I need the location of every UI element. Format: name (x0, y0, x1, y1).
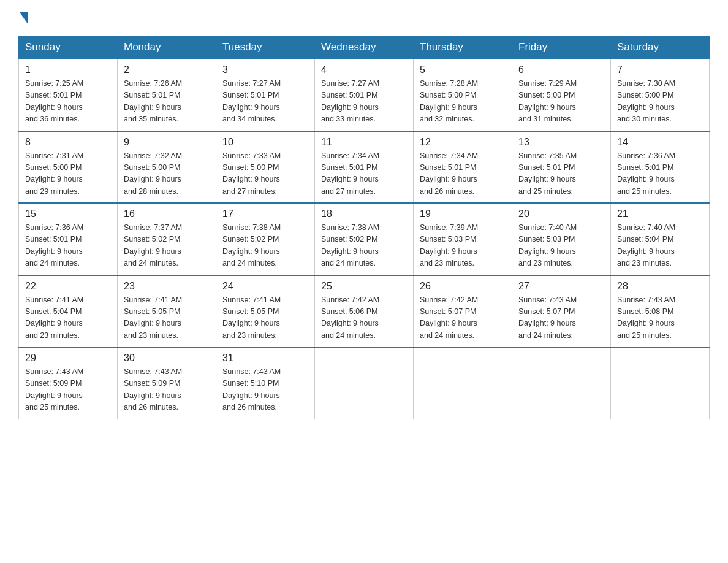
week-row-3: 15Sunrise: 7:36 AM Sunset: 5:01 PM Dayli… (19, 203, 710, 275)
week-row-2: 8Sunrise: 7:31 AM Sunset: 5:00 PM Daylig… (19, 131, 710, 204)
day-number: 10 (222, 137, 308, 148)
day-cell (414, 347, 512, 419)
day-number: 3 (222, 64, 308, 75)
day-number: 28 (617, 281, 703, 292)
day-info: Sunrise: 7:41 AM Sunset: 5:05 PM Dayligh… (124, 294, 210, 342)
day-info: Sunrise: 7:29 AM Sunset: 5:00 PM Dayligh… (518, 78, 604, 126)
day-info: Sunrise: 7:41 AM Sunset: 5:05 PM Dayligh… (222, 294, 308, 342)
column-header-monday: Monday (118, 36, 216, 59)
day-info: Sunrise: 7:38 AM Sunset: 5:02 PM Dayligh… (222, 222, 308, 270)
day-cell: 10Sunrise: 7:33 AM Sunset: 5:00 PM Dayli… (216, 131, 315, 204)
day-cell: 26Sunrise: 7:42 AM Sunset: 5:07 PM Dayli… (414, 275, 512, 348)
day-number: 11 (321, 137, 407, 148)
week-row-5: 29Sunrise: 7:43 AM Sunset: 5:09 PM Dayli… (19, 347, 710, 419)
day-number: 23 (124, 281, 210, 292)
day-cell: 24Sunrise: 7:41 AM Sunset: 5:05 PM Dayli… (216, 275, 315, 348)
day-info: Sunrise: 7:42 AM Sunset: 5:06 PM Dayligh… (321, 294, 407, 342)
day-number: 13 (518, 137, 604, 148)
day-cell: 30Sunrise: 7:43 AM Sunset: 5:09 PM Dayli… (118, 347, 216, 419)
calendar-header-row: SundayMondayTuesdayWednesdayThursdayFrid… (19, 36, 710, 59)
day-info: Sunrise: 7:25 AM Sunset: 5:01 PM Dayligh… (25, 78, 111, 126)
column-header-wednesday: Wednesday (315, 36, 414, 59)
day-number: 16 (124, 209, 210, 220)
day-cell: 5Sunrise: 7:28 AM Sunset: 5:00 PM Daylig… (414, 59, 512, 131)
day-number: 31 (222, 353, 308, 364)
day-number: 25 (321, 281, 407, 292)
day-cell: 16Sunrise: 7:37 AM Sunset: 5:02 PM Dayli… (118, 203, 216, 275)
column-header-sunday: Sunday (19, 36, 118, 59)
day-cell (315, 347, 414, 419)
day-cell: 12Sunrise: 7:34 AM Sunset: 5:01 PM Dayli… (414, 131, 512, 204)
day-info: Sunrise: 7:30 AM Sunset: 5:00 PM Dayligh… (617, 78, 703, 126)
day-number: 14 (617, 137, 703, 148)
day-info: Sunrise: 7:31 AM Sunset: 5:00 PM Dayligh… (25, 150, 111, 198)
day-number: 19 (420, 209, 506, 220)
day-number: 6 (518, 64, 604, 75)
day-number: 7 (617, 64, 703, 75)
day-info: Sunrise: 7:43 AM Sunset: 5:08 PM Dayligh… (617, 294, 703, 342)
day-info: Sunrise: 7:34 AM Sunset: 5:01 PM Dayligh… (321, 150, 407, 198)
day-info: Sunrise: 7:43 AM Sunset: 5:10 PM Dayligh… (222, 366, 308, 414)
day-cell: 14Sunrise: 7:36 AM Sunset: 5:01 PM Dayli… (611, 131, 710, 204)
day-cell: 29Sunrise: 7:43 AM Sunset: 5:09 PM Dayli… (19, 347, 118, 419)
day-cell: 23Sunrise: 7:41 AM Sunset: 5:05 PM Dayli… (118, 275, 216, 348)
day-info: Sunrise: 7:35 AM Sunset: 5:01 PM Dayligh… (518, 150, 604, 198)
day-info: Sunrise: 7:28 AM Sunset: 5:00 PM Dayligh… (420, 78, 506, 126)
day-cell: 11Sunrise: 7:34 AM Sunset: 5:01 PM Dayli… (315, 131, 414, 204)
logo (18, 12, 29, 23)
day-info: Sunrise: 7:27 AM Sunset: 5:01 PM Dayligh… (321, 78, 407, 126)
day-cell: 13Sunrise: 7:35 AM Sunset: 5:01 PM Dayli… (512, 131, 611, 204)
day-cell: 1Sunrise: 7:25 AM Sunset: 5:01 PM Daylig… (19, 59, 118, 131)
day-cell: 17Sunrise: 7:38 AM Sunset: 5:02 PM Dayli… (216, 203, 315, 275)
day-cell: 2Sunrise: 7:26 AM Sunset: 5:01 PM Daylig… (118, 59, 216, 131)
day-cell: 6Sunrise: 7:29 AM Sunset: 5:00 PM Daylig… (512, 59, 611, 131)
day-cell: 27Sunrise: 7:43 AM Sunset: 5:07 PM Dayli… (512, 275, 611, 348)
day-number: 30 (124, 353, 210, 364)
day-info: Sunrise: 7:26 AM Sunset: 5:01 PM Dayligh… (124, 78, 210, 126)
day-info: Sunrise: 7:39 AM Sunset: 5:03 PM Dayligh… (420, 222, 506, 270)
day-info: Sunrise: 7:43 AM Sunset: 5:07 PM Dayligh… (518, 294, 604, 342)
day-number: 12 (420, 137, 506, 148)
day-info: Sunrise: 7:33 AM Sunset: 5:00 PM Dayligh… (222, 150, 308, 198)
week-row-4: 22Sunrise: 7:41 AM Sunset: 5:04 PM Dayli… (19, 275, 710, 348)
day-info: Sunrise: 7:40 AM Sunset: 5:03 PM Dayligh… (518, 222, 604, 270)
day-cell: 28Sunrise: 7:43 AM Sunset: 5:08 PM Dayli… (611, 275, 710, 348)
day-info: Sunrise: 7:38 AM Sunset: 5:02 PM Dayligh… (321, 222, 407, 270)
page-header (18, 12, 710, 23)
day-cell: 25Sunrise: 7:42 AM Sunset: 5:06 PM Dayli… (315, 275, 414, 348)
day-info: Sunrise: 7:32 AM Sunset: 5:00 PM Dayligh… (124, 150, 210, 198)
day-info: Sunrise: 7:37 AM Sunset: 5:02 PM Dayligh… (124, 222, 210, 270)
day-cell: 19Sunrise: 7:39 AM Sunset: 5:03 PM Dayli… (414, 203, 512, 275)
day-number: 15 (25, 209, 111, 220)
day-cell (611, 347, 710, 419)
day-info: Sunrise: 7:36 AM Sunset: 5:01 PM Dayligh… (617, 150, 703, 198)
day-number: 2 (124, 64, 210, 75)
day-cell (512, 347, 611, 419)
day-cell: 18Sunrise: 7:38 AM Sunset: 5:02 PM Dayli… (315, 203, 414, 275)
day-number: 20 (518, 209, 604, 220)
day-info: Sunrise: 7:41 AM Sunset: 5:04 PM Dayligh… (25, 294, 111, 342)
day-info: Sunrise: 7:42 AM Sunset: 5:07 PM Dayligh… (420, 294, 506, 342)
day-number: 21 (617, 209, 703, 220)
column-header-tuesday: Tuesday (216, 36, 315, 59)
day-info: Sunrise: 7:43 AM Sunset: 5:09 PM Dayligh… (25, 366, 111, 414)
day-number: 24 (222, 281, 308, 292)
day-number: 9 (124, 137, 210, 148)
column-header-thursday: Thursday (414, 36, 512, 59)
logo-arrow-icon (20, 12, 28, 25)
day-number: 26 (420, 281, 506, 292)
day-number: 8 (25, 137, 111, 148)
day-cell: 4Sunrise: 7:27 AM Sunset: 5:01 PM Daylig… (315, 59, 414, 131)
column-header-saturday: Saturday (611, 36, 710, 59)
day-number: 4 (321, 64, 407, 75)
day-cell: 22Sunrise: 7:41 AM Sunset: 5:04 PM Dayli… (19, 275, 118, 348)
day-cell: 3Sunrise: 7:27 AM Sunset: 5:01 PM Daylig… (216, 59, 315, 131)
column-header-friday: Friday (512, 36, 611, 59)
day-cell: 7Sunrise: 7:30 AM Sunset: 5:00 PM Daylig… (611, 59, 710, 131)
calendar-table: SundayMondayTuesdayWednesdayThursdayFrid… (18, 36, 710, 419)
day-cell: 9Sunrise: 7:32 AM Sunset: 5:00 PM Daylig… (118, 131, 216, 204)
week-row-1: 1Sunrise: 7:25 AM Sunset: 5:01 PM Daylig… (19, 59, 710, 131)
day-number: 27 (518, 281, 604, 292)
day-cell: 20Sunrise: 7:40 AM Sunset: 5:03 PM Dayli… (512, 203, 611, 275)
day-info: Sunrise: 7:34 AM Sunset: 5:01 PM Dayligh… (420, 150, 506, 198)
